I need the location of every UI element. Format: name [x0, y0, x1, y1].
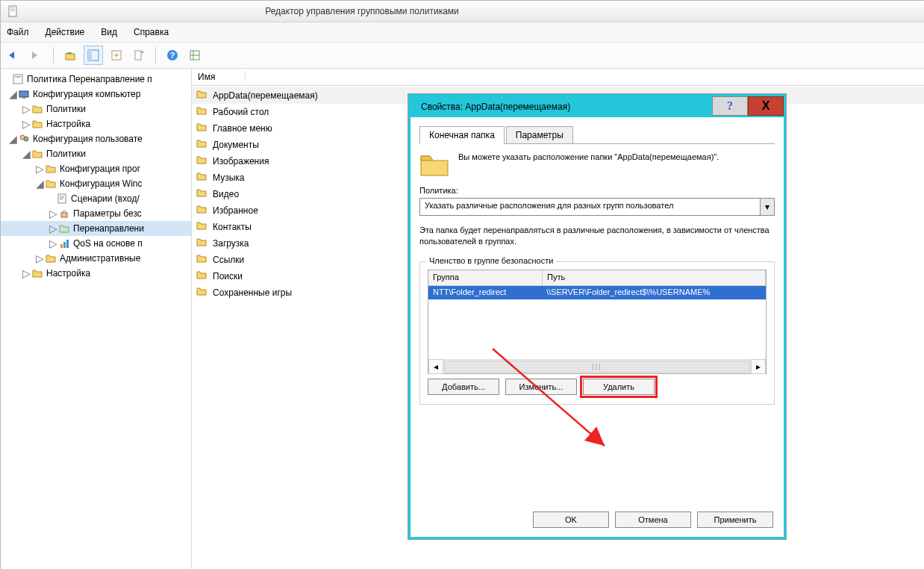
svg-point-17 — [24, 137, 28, 141]
expander-icon[interactable]: ◢ — [35, 178, 44, 190]
svg-rect-8 — [135, 51, 141, 60]
expander-icon[interactable]: ▷ — [49, 208, 57, 220]
combo-value: Указать различные расположения для разны… — [420, 199, 760, 215]
menu-view[interactable]: Вид — [101, 27, 117, 37]
folder-icon — [196, 188, 208, 200]
close-button[interactable]: X — [748, 96, 784, 116]
tree-config-win[interactable]: ◢ Конфигурация Winc — [1, 176, 191, 191]
grid-row[interactable]: NTT\Folder_redirect \\SERVER\Folder_redi… — [428, 286, 766, 299]
info-text: Эта папка будет перенаправляться в разли… — [419, 225, 775, 248]
membership-grid[interactable]: Группа Путь NTT\Folder_redirect \\SERVER… — [428, 270, 767, 374]
tree-qos[interactable]: ▷ QoS на основе п — [1, 236, 191, 251]
menu-help[interactable]: Справка — [134, 27, 169, 37]
folder-icon — [196, 221, 208, 233]
horizontal-scrollbar[interactable]: ◂ ||| ▸ — [428, 359, 766, 373]
filter-button[interactable] — [186, 46, 204, 64]
tree-label: Конфигурация Winc — [60, 178, 143, 189]
tree-computer-config[interactable]: ◢ Конфигурация компьютер — [1, 87, 191, 102]
scroll-right-icon[interactable]: ▸ — [751, 359, 766, 374]
scroll-thumb[interactable]: ||| — [444, 361, 750, 373]
export-button[interactable] — [107, 46, 125, 64]
folder-icon — [45, 178, 57, 190]
properties-dialog: Свойства: AppData(перемещаемая) ? X Коне… — [408, 94, 786, 539]
tree-settings[interactable]: ▷ Настройка — [1, 266, 191, 281]
tree-label: Конфигурация компьютер — [33, 89, 140, 99]
computer-icon — [18, 88, 30, 100]
folder-icon — [31, 118, 43, 130]
menu-file[interactable]: Файл — [7, 27, 29, 37]
help-button[interactable]: ? — [163, 46, 181, 64]
policy-combo[interactable]: Указать различные расположения для разны… — [419, 198, 775, 216]
nav-forward-button[interactable] — [28, 46, 46, 64]
folder-icon — [45, 163, 57, 175]
tree-security[interactable]: ▷ Параметры безс — [1, 206, 191, 221]
expander-icon[interactable]: ▷ — [49, 237, 57, 249]
expander-icon[interactable]: ▷ — [35, 252, 44, 264]
svg-rect-14 — [19, 91, 28, 97]
svg-rect-13 — [15, 76, 21, 78]
tree-folder-redirect[interactable]: ▷ Перенаправлени — [1, 221, 191, 236]
up-button[interactable] — [61, 46, 79, 64]
svg-rect-20 — [60, 244, 63, 248]
menu-action[interactable]: Действие — [46, 27, 85, 37]
expander-icon[interactable]: ▷ — [22, 118, 31, 130]
expander-icon[interactable]: ▷ — [22, 103, 31, 115]
app-icon — [7, 5, 19, 17]
svg-rect-21 — [63, 242, 66, 248]
tree-scripts[interactable]: Сценарии (вход/ — [1, 191, 191, 206]
edit-button[interactable]: Изменить... — [505, 379, 577, 395]
expander-icon[interactable]: ▷ — [35, 163, 44, 175]
add-button[interactable]: Добавить... — [428, 379, 499, 395]
folder-icon — [196, 237, 208, 249]
folder-icon — [196, 287, 208, 299]
tab-parameters[interactable]: Параметры — [506, 126, 573, 144]
svg-rect-22 — [66, 240, 69, 248]
tree-user-config[interactable]: ◢ Конфигурация пользовате — [1, 131, 191, 146]
nav-back-button[interactable] — [5, 46, 23, 64]
main-window: Редактор управления групповыми политикам… — [0, 0, 924, 569]
folder-icon — [196, 254, 208, 266]
column-path[interactable]: Путь — [543, 270, 766, 285]
tree-admin[interactable]: ▷ Административные — [1, 251, 191, 266]
chart-icon — [58, 237, 70, 249]
user-icon — [18, 133, 30, 145]
scroll-left-icon[interactable]: ◂ — [428, 359, 443, 374]
folder-icon — [419, 152, 449, 177]
tree-label: Настройка — [46, 268, 90, 279]
column-name[interactable]: Имя — [198, 72, 246, 82]
tree-label: Политика Перенаправление п — [27, 74, 152, 84]
tree-panel: Политика Перенаправление п ◢ Конфигураци… — [1, 69, 192, 569]
apply-button[interactable]: Применить — [697, 512, 773, 528]
help-button[interactable]: ? — [712, 96, 748, 116]
expander-icon[interactable]: ◢ — [8, 133, 17, 145]
tree-root[interactable]: Политика Перенаправление п — [1, 72, 191, 87]
svg-rect-19 — [61, 213, 67, 217]
expander-icon[interactable]: ▷ — [22, 267, 31, 279]
tree-label: Сценарии (вход/ — [71, 193, 140, 204]
show-hide-tree-button[interactable] — [84, 46, 103, 65]
folder-icon — [196, 270, 208, 282]
tree-policies[interactable]: ◢ Политики — [1, 146, 191, 161]
tree-settings[interactable]: ▷ Настройка — [1, 116, 191, 131]
cell-group: NTT\Folder_redirect — [428, 286, 542, 299]
cancel-button[interactable]: Отмена — [615, 512, 691, 528]
tree-policies[interactable]: ▷ Политики — [1, 102, 191, 116]
tab-target-folder[interactable]: Конечная папка — [419, 126, 505, 144]
separator — [155, 47, 156, 63]
tree-config-prog[interactable]: ▷ Конфигурация прог — [1, 161, 191, 176]
delete-button[interactable]: Удалить — [583, 379, 655, 395]
expander-icon[interactable]: ◢ — [22, 148, 31, 160]
lock-icon — [58, 208, 70, 220]
tree-label: Конфигурация пользовате — [33, 134, 143, 144]
svg-rect-6 — [88, 50, 92, 60]
expander-icon[interactable]: ▷ — [49, 223, 57, 234]
column-group[interactable]: Группа — [428, 270, 543, 285]
expander-icon[interactable]: ◢ — [8, 88, 17, 100]
chevron-down-icon[interactable]: ▾ — [760, 199, 774, 215]
refresh-button[interactable] — [130, 46, 148, 64]
dialog-title-bar[interactable]: Свойства: AppData(перемещаемая) ? X — [411, 96, 784, 117]
folder-icon — [31, 148, 43, 160]
folder-icon — [196, 122, 208, 134]
list-header[interactable]: Имя — [192, 69, 924, 86]
ok-button[interactable]: OK — [533, 512, 609, 528]
